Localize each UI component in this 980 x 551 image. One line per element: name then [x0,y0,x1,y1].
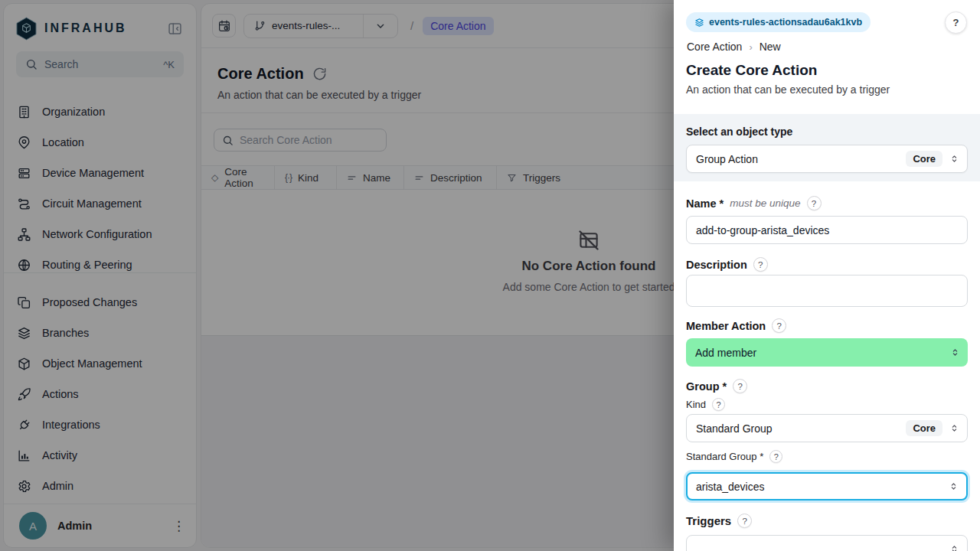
create-core-action-drawer: events-rules-actionsadau6ak1kvb ? Core A… [674,0,980,551]
drawer-subtitle: An action that can be executed by a trig… [686,83,890,96]
chevron-right-icon: › [749,41,752,53]
member-action-field: Add member [686,338,968,367]
member-action-select[interactable]: Add member [686,338,968,367]
drawer-branch-name: events-rules-actionsadau6ak1kvb [709,17,862,28]
member-action-value: Add member [695,347,950,359]
kind-value: Standard Group [696,422,906,435]
help-icon[interactable]: ? [769,450,782,463]
unique-hint: must be unique [730,197,800,209]
object-type-value: Group Action [696,153,906,165]
help-button[interactable]: ? [945,11,967,34]
breadcrumb-parent[interactable]: Core Action [687,41,742,53]
select-stepper-icon [950,347,960,357]
help-icon[interactable]: ? [712,398,725,411]
core-badge: Core [906,151,942,167]
group-label-row: Group * ? [686,379,747,393]
description-textarea[interactable] [686,275,968,307]
object-type-select[interactable]: Group Action Core [686,145,968,173]
select-stepper-icon [949,544,959,551]
app: INFRAHUB Search ^K Organization Location… [0,0,980,551]
modal-overlay[interactable] [0,0,674,551]
standard-group-label-row: Standard Group * ? [686,450,782,463]
help-icon[interactable]: ? [772,318,786,333]
kind-select[interactable]: Standard Group Core [686,414,968,442]
name-field [686,216,968,244]
kind-label-row: Kind ? [686,398,725,411]
core-badge: Core [906,420,942,436]
name-input[interactable] [686,216,968,244]
name-field-label-row: Name * must be unique ? [686,196,822,210]
drawer-title: Create Core Action [686,62,817,79]
object-type-section: Select an object type Group Action Core [674,114,980,181]
drawer-breadcrumb: Core Action › New [687,41,781,53]
kind-field: Standard Group Core [686,414,968,442]
select-stepper-icon [949,481,959,491]
standard-group-value: arista_devices [696,481,949,493]
triggers-label-row: Triggers ? [686,514,752,528]
select-stepper-icon [949,423,959,433]
help-icon[interactable]: ? [807,196,822,210]
description-label-row: Description ? [686,257,768,272]
help-icon[interactable]: ? [733,379,747,393]
member-action-label-row: Member Action ? [686,318,786,333]
description-field [686,275,968,310]
breadcrumb-current: New [760,41,781,53]
select-stepper-icon [949,154,959,164]
layers-icon [694,18,704,28]
triggers-select[interactable] [686,535,968,551]
help-icon[interactable]: ? [737,514,752,528]
standard-group-select[interactable]: arista_devices [686,472,968,500]
triggers-field [686,535,968,551]
standard-group-field: arista_devices [686,472,968,500]
object-type-label: Select an object type [686,126,968,138]
drawer-branch-badge[interactable]: events-rules-actionsadau6ak1kvb [686,12,871,32]
help-icon[interactable]: ? [753,257,768,272]
